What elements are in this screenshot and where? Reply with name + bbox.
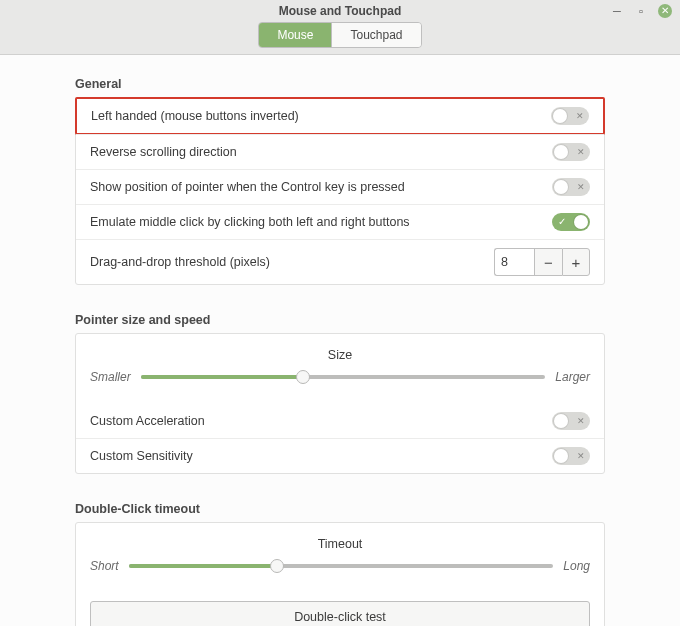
toggle-knob: [554, 145, 568, 159]
section-title-double-click: Double-Click timeout: [75, 502, 605, 516]
window-controls: ─ ▫ ✕: [610, 4, 672, 18]
toggle-knob: [554, 180, 568, 194]
tab-touchpad[interactable]: Touchpad: [332, 23, 420, 47]
dnd-threshold-decrement[interactable]: −: [534, 248, 562, 276]
slider-thumb[interactable]: [296, 370, 310, 384]
dnd-threshold-stepper: − +: [494, 248, 590, 276]
dnd-threshold-input[interactable]: [494, 248, 534, 276]
tab-bar: Mouse Touchpad: [258, 22, 421, 48]
custom-sensitivity-label: Custom Sensitivity: [90, 449, 193, 463]
titlebar: Mouse and Touchpad ─ ▫ ✕ Mouse Touchpad: [0, 0, 680, 55]
x-icon: ✕: [576, 111, 584, 121]
section-title-pointer: Pointer size and speed: [75, 313, 605, 327]
pointer-size-row: Smaller Larger: [90, 368, 590, 386]
window-title: Mouse and Touchpad: [279, 4, 401, 18]
close-button[interactable]: ✕: [658, 4, 672, 18]
row-left-handed: Left handed (mouse buttons inverted) ✕ ✓: [75, 97, 605, 135]
row-custom-sensitivity: Custom Sensitivity ✕ ✓: [76, 438, 604, 473]
row-locate-pointer: Show position of pointer when the Contro…: [76, 169, 604, 204]
left-handed-toggle[interactable]: ✕ ✓: [551, 107, 589, 125]
general-card: Left handed (mouse buttons inverted) ✕ ✓…: [75, 97, 605, 285]
custom-acceleration-label: Custom Acceleration: [90, 414, 205, 428]
dnd-threshold-label: Drag-and-drop threshold (pixels): [90, 255, 270, 269]
middle-click-emulation-toggle[interactable]: ✕ ✓: [552, 213, 590, 231]
toggle-knob: [554, 449, 568, 463]
slider-thumb[interactable]: [270, 559, 284, 573]
toggle-knob: [553, 109, 567, 123]
reverse-scrolling-label: Reverse scrolling direction: [90, 145, 237, 159]
check-icon: ✓: [558, 216, 566, 227]
left-handed-label: Left handed (mouse buttons inverted): [91, 109, 299, 123]
pointer-card: Size Smaller Larger Custom Acceleration …: [75, 333, 605, 474]
middle-click-emulation-label: Emulate middle click by clicking both le…: [90, 215, 410, 229]
x-icon: ✕: [577, 147, 585, 157]
double-click-timeout-label: Timeout: [90, 537, 590, 551]
pointer-size-label: Size: [90, 348, 590, 362]
slider-fill: [129, 564, 278, 568]
double-click-test-button[interactable]: Double-click test: [90, 601, 590, 626]
minimize-button[interactable]: ─: [610, 4, 624, 18]
dnd-threshold-increment[interactable]: +: [562, 248, 590, 276]
x-icon: ✕: [577, 182, 585, 192]
pointer-size-min-label: Smaller: [90, 370, 131, 384]
double-click-card: Timeout Short Long Double-click test: [75, 522, 605, 626]
double-click-min-label: Short: [90, 559, 119, 573]
row-reverse-scrolling: Reverse scrolling direction ✕ ✓: [76, 134, 604, 169]
tab-mouse[interactable]: Mouse: [259, 23, 332, 47]
x-icon: ✕: [577, 451, 585, 461]
custom-sensitivity-toggle[interactable]: ✕ ✓: [552, 447, 590, 465]
pointer-size-max-label: Larger: [555, 370, 590, 384]
page-body: General Left handed (mouse buttons inver…: [0, 55, 680, 626]
toggle-knob: [554, 414, 568, 428]
locate-pointer-label: Show position of pointer when the Contro…: [90, 180, 405, 194]
row-middle-click-emulation: Emulate middle click by clicking both le…: [76, 204, 604, 239]
locate-pointer-toggle[interactable]: ✕ ✓: [552, 178, 590, 196]
pointer-size-slider[interactable]: [141, 368, 546, 386]
double-click-max-label: Long: [563, 559, 590, 573]
double-click-timeout-block: Timeout Short Long: [76, 523, 604, 593]
reverse-scrolling-toggle[interactable]: ✕ ✓: [552, 143, 590, 161]
section-title-general: General: [75, 77, 605, 91]
double-click-timeout-slider[interactable]: [129, 557, 554, 575]
double-click-timeout-row: Short Long: [90, 557, 590, 575]
custom-acceleration-toggle[interactable]: ✕ ✓: [552, 412, 590, 430]
row-dnd-threshold: Drag-and-drop threshold (pixels) − +: [76, 239, 604, 284]
toggle-knob: [574, 215, 588, 229]
row-custom-acceleration: Custom Acceleration ✕ ✓: [76, 404, 604, 438]
pointer-size-block: Size Smaller Larger: [76, 334, 604, 404]
slider-fill: [141, 375, 303, 379]
x-icon: ✕: [577, 416, 585, 426]
maximize-button[interactable]: ▫: [634, 4, 648, 18]
